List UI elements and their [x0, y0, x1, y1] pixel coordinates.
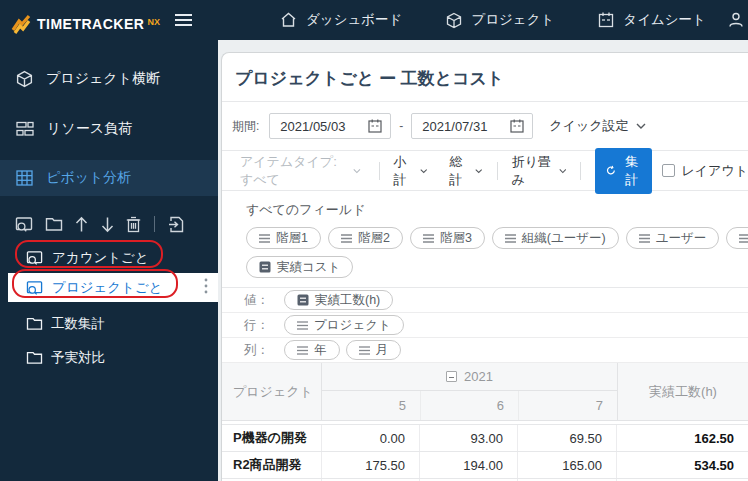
table-header: プロジェクト 2021 実績工数(h) 5 6 7 — [222, 363, 748, 421]
chip-label: 組織(ユーザー) — [522, 230, 606, 247]
sidebar-item-pivot-analysis[interactable]: ピボット分析 — [0, 160, 218, 196]
grand-total-dropdown[interactable]: 総計 — [449, 153, 483, 189]
field-chip-hierarchy2[interactable]: 階層2 — [328, 227, 403, 249]
column-chip-month[interactable]: 月 — [346, 340, 402, 360]
nav-dashboard[interactable]: ダッシュボード — [280, 11, 402, 29]
start-date-input[interactable]: 2021/05/03 — [269, 113, 391, 139]
move-up-button[interactable] — [74, 216, 89, 233]
report-item-label: 工数集計 — [51, 315, 105, 333]
grand-total-label: 総計 — [449, 153, 468, 189]
report-search-icon — [26, 280, 44, 296]
column-header-month-6[interactable]: 6 — [420, 391, 518, 420]
row-name: R2商品開発 — [222, 452, 322, 478]
brand-suffix: NX — [147, 17, 160, 27]
quick-settings-label: クイック設定 — [549, 117, 628, 135]
sidebar-item-resource-load[interactable]: リソース負荷 — [0, 112, 218, 146]
field-chip-folder-name[interactable]: フォルダ名 — [726, 227, 748, 249]
report-item-by-project[interactable]: プロジェクトごと — [8, 273, 218, 302]
report-item-label: プロジェクトごと — [52, 279, 163, 297]
folder-icon — [45, 217, 63, 232]
collapse-label: 折り畳み — [512, 153, 552, 189]
cell-value: 93.00 — [420, 425, 518, 451]
row-chip-project[interactable]: プロジェクト — [284, 315, 404, 335]
table-row[interactable]: R2商品開発 175.50 194.00 165.00 534.50 — [222, 452, 748, 479]
value-chip-actual-hours[interactable]: 実績工数(h) — [284, 290, 393, 310]
cell-value: 175.50 — [322, 452, 420, 478]
chevron-down-icon — [636, 123, 646, 129]
date-range-separator: - — [399, 119, 403, 133]
trash-icon — [126, 216, 141, 233]
list-icon — [739, 234, 748, 243]
cell-value: 165.00 — [518, 452, 617, 478]
move-down-button[interactable] — [100, 216, 115, 233]
list-icon — [341, 234, 352, 243]
all-fields-section: すべてのフィールド 階層1 階層2 階層3 組織(ユーザー) — [222, 191, 748, 287]
arrow-up-icon — [74, 216, 89, 233]
menu-toggle-button[interactable] — [174, 13, 193, 27]
report-item-plan-vs-actual[interactable]: 予実対比 — [0, 344, 218, 371]
arrow-down-icon — [100, 216, 115, 233]
list-icon — [259, 234, 270, 243]
collapse-year-icon[interactable] — [446, 371, 457, 382]
chip-label: 月 — [376, 342, 389, 359]
collapse-dropdown[interactable]: 折り畳み — [512, 153, 567, 189]
new-folder-button[interactable] — [45, 217, 63, 232]
refresh-icon — [606, 164, 616, 177]
report-list: アカウントごと プロジェクトごと 工数集計 — [0, 244, 218, 371]
pivot-columns-row: 列： 年 月 — [222, 338, 748, 363]
column-group-year[interactable]: 2021 — [322, 363, 617, 391]
field-chip-org-user[interactable]: 組織(ユーザー) — [492, 227, 619, 249]
calendar-picker-icon[interactable] — [368, 119, 382, 133]
sidebar-item-label: プロジェクト横断 — [46, 70, 160, 88]
chip-label: 実績コスト — [277, 259, 340, 276]
nav-project[interactable]: プロジェクト — [446, 11, 554, 29]
report-item-by-account[interactable]: アカウントごと — [0, 244, 218, 271]
column-header-month-7[interactable]: 7 — [518, 391, 617, 420]
list-icon — [359, 346, 370, 355]
app-logo[interactable]: TIMETRACKER NX — [10, 5, 160, 35]
subtotal-dropdown[interactable]: 小計 — [393, 153, 427, 189]
value-field-icon — [297, 294, 309, 306]
quick-settings-dropdown[interactable]: クイック設定 — [549, 117, 645, 135]
sidebar: プロジェクト横断 リソース負荷 ピボット分析 — [0, 40, 218, 481]
chip-label: プロジェクト — [314, 317, 391, 334]
aggregate-button[interactable]: 集計 — [595, 148, 652, 194]
new-report-button[interactable] — [15, 216, 34, 233]
chevron-down-icon — [475, 168, 482, 174]
pivot-toolbar-row: アイテムタイプ:すべて 小計 総計 折り畳み — [222, 151, 748, 190]
subtotal-label: 小計 — [393, 153, 412, 189]
field-chip-hierarchy3[interactable]: 階層3 — [410, 227, 485, 249]
table-row[interactable]: P機器の開発 0.00 93.00 69.50 162.50 — [222, 425, 748, 452]
calendar-picker-icon[interactable] — [510, 119, 524, 133]
brand-text: TIMETRACKER — [37, 16, 144, 32]
item-type-dropdown[interactable]: アイテムタイプ:すべて — [240, 153, 361, 189]
column-header-project[interactable]: プロジェクト — [222, 363, 322, 420]
report-item-workload-summary[interactable]: 工数集計 — [0, 310, 218, 337]
export-report-button[interactable] — [168, 216, 184, 233]
column-header-total-hours[interactable]: 実績工数(h) — [617, 363, 748, 420]
item-more-menu[interactable] — [204, 278, 208, 297]
field-chip-hierarchy1[interactable]: 階層1 — [246, 227, 321, 249]
column-header-month-5[interactable]: 5 — [322, 391, 420, 420]
list-icon — [297, 321, 308, 330]
chip-label: 階層1 — [276, 230, 308, 247]
layout-checkbox[interactable]: レイアウト — [662, 162, 748, 180]
toolbar-separator — [154, 216, 155, 232]
field-chip-user[interactable]: ユーザー — [626, 227, 720, 249]
checkbox-icon[interactable] — [662, 164, 675, 177]
list-icon — [297, 346, 308, 355]
toolbar-separator — [497, 162, 498, 180]
pivot-table: プロジェクト 2021 実績工数(h) 5 6 7 P機器の開発 0.00 93… — [222, 363, 748, 481]
pivot-report-card: プロジェクトごと ー 工数とコスト 期間: 2021/05/03 - 2021/… — [221, 52, 748, 481]
folder-icon — [26, 351, 43, 365]
start-date-value: 2021/05/03 — [280, 119, 368, 134]
period-row: 期間: 2021/05/03 - 2021/07/31 — [222, 102, 748, 150]
delete-button[interactable] — [126, 216, 141, 233]
period-label: 期間: — [232, 118, 259, 135]
end-date-input[interactable]: 2021/07/31 — [411, 113, 533, 139]
column-chip-year[interactable]: 年 — [284, 340, 340, 360]
nav-timesheet[interactable]: タイムシート — [598, 11, 706, 29]
sidebar-item-cross-project[interactable]: プロジェクト横断 — [0, 62, 218, 96]
field-chip-actual-cost[interactable]: 実績コスト — [246, 256, 353, 278]
user-menu[interactable] — [727, 0, 745, 40]
